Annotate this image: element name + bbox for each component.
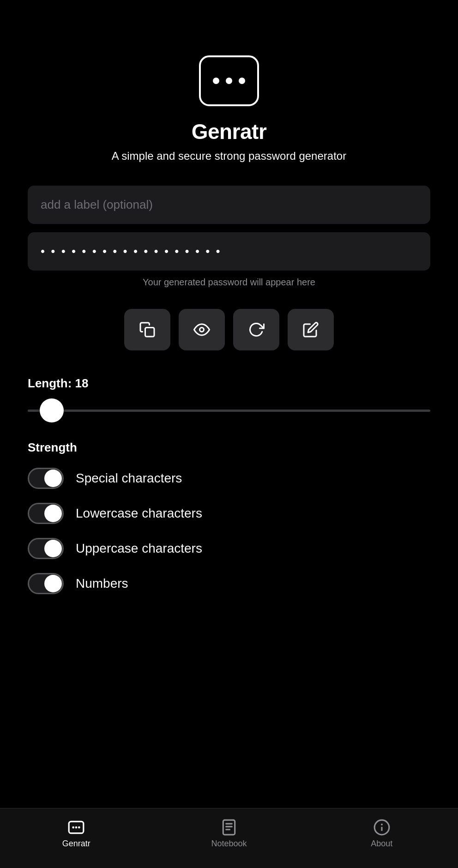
length-section: Length: 18 xyxy=(28,376,430,422)
svg-point-4 xyxy=(75,826,78,829)
special-characters-row: Special characters xyxy=(28,468,430,489)
logo-dot-3 xyxy=(239,78,245,84)
app-subtitle: A simple and secure strong password gene… xyxy=(112,150,346,163)
refresh-button[interactable] xyxy=(233,309,279,350)
slider-container[interactable] xyxy=(28,399,430,422)
uppercase-characters-toggle[interactable] xyxy=(28,538,64,559)
nav-about[interactable]: About xyxy=(305,819,458,849)
label-input[interactable] xyxy=(28,186,430,224)
notebook-nav-icon xyxy=(220,819,238,836)
nav-about-label: About xyxy=(371,839,392,849)
uppercase-characters-knob xyxy=(44,540,62,557)
action-buttons xyxy=(124,309,334,350)
numbers-row: Numbers xyxy=(28,573,430,594)
nav-notebook[interactable]: Notebook xyxy=(153,819,306,849)
svg-point-1 xyxy=(200,328,204,332)
bottom-nav: Genratr Notebook About xyxy=(0,808,458,868)
logo-dots xyxy=(213,78,245,84)
nav-notebook-label: Notebook xyxy=(211,839,247,849)
special-characters-toggle[interactable] xyxy=(28,468,64,489)
nav-genratr[interactable]: Genratr xyxy=(0,819,153,849)
special-characters-label: Special characters xyxy=(76,471,182,486)
svg-point-5 xyxy=(78,826,80,829)
password-display xyxy=(28,232,430,271)
numbers-knob xyxy=(44,575,62,592)
copy-icon xyxy=(139,321,156,338)
edit-save-icon xyxy=(302,321,319,338)
strength-section: Strength Special characters Lowercase ch… xyxy=(28,440,430,608)
app-logo xyxy=(199,55,259,106)
show-button[interactable] xyxy=(179,309,225,350)
app-title: Genratr xyxy=(192,119,267,144)
svg-point-3 xyxy=(72,826,75,829)
copy-button[interactable] xyxy=(124,309,170,350)
password-hint: Your generated password will appear here xyxy=(143,277,315,288)
strength-label: Strength xyxy=(28,440,430,455)
svg-rect-0 xyxy=(145,328,155,337)
uppercase-characters-row: Uppercase characters xyxy=(28,538,430,559)
eye-icon xyxy=(193,321,210,338)
special-characters-knob xyxy=(44,470,62,487)
about-nav-icon xyxy=(373,819,391,836)
lowercase-characters-toggle[interactable] xyxy=(28,503,64,524)
lowercase-characters-label: Lowercase characters xyxy=(76,506,202,521)
genratr-nav-icon xyxy=(67,819,85,836)
numbers-toggle[interactable] xyxy=(28,573,64,594)
logo-dot-1 xyxy=(213,78,219,84)
refresh-icon xyxy=(248,321,265,338)
numbers-label: Numbers xyxy=(76,576,128,591)
lowercase-characters-knob xyxy=(44,505,62,522)
lowercase-characters-row: Lowercase characters xyxy=(28,503,430,524)
save-button[interactable] xyxy=(288,309,334,350)
logo-dot-2 xyxy=(226,78,232,84)
length-label: Length: 18 xyxy=(28,376,430,391)
nav-genratr-label: Genratr xyxy=(62,839,90,849)
slider-track xyxy=(28,410,430,412)
slider-thumb[interactable] xyxy=(40,398,64,422)
uppercase-characters-label: Uppercase characters xyxy=(76,541,202,556)
